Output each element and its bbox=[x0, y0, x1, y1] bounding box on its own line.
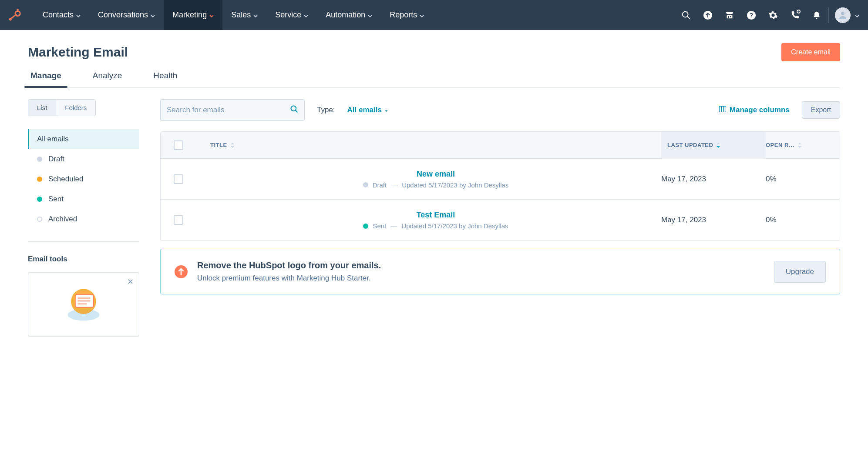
nav-automation[interactable]: Automation bbox=[317, 0, 381, 30]
filter-sent[interactable]: Sent bbox=[28, 189, 139, 209]
page-title: Marketing Email bbox=[28, 45, 128, 60]
filter-label: Scheduled bbox=[48, 175, 83, 184]
email-tools-card: ✕ bbox=[28, 272, 139, 337]
filter-archived[interactable]: Archived bbox=[28, 209, 139, 229]
tab-analyze[interactable]: Analyze bbox=[90, 71, 125, 87]
row-status: Draft bbox=[373, 181, 387, 189]
email-title-link[interactable]: Test Email bbox=[417, 210, 455, 220]
sort-icon bbox=[231, 143, 234, 148]
filter-all-emails[interactable]: All emails bbox=[28, 129, 139, 149]
svg-point-2 bbox=[9, 18, 12, 20]
phone-icon[interactable] bbox=[790, 10, 800, 20]
svg-point-18 bbox=[291, 106, 296, 111]
manage-columns-link[interactable]: Manage columns bbox=[719, 106, 790, 114]
view-folders-button[interactable]: Folders bbox=[56, 100, 95, 116]
close-icon[interactable]: ✕ bbox=[127, 277, 134, 287]
nav-label: Contacts bbox=[43, 10, 74, 20]
tab-manage[interactable]: Manage bbox=[28, 71, 64, 87]
nav-label: Conversations bbox=[98, 10, 148, 20]
column-label: OPEN R… bbox=[766, 142, 794, 148]
chevron-down-icon bbox=[253, 10, 258, 20]
column-title[interactable]: TITLE bbox=[202, 142, 661, 148]
marketplace-icon[interactable] bbox=[725, 10, 734, 20]
email-title-link[interactable]: New email bbox=[417, 170, 455, 179]
svg-point-11 bbox=[841, 12, 844, 15]
nav-contacts[interactable]: Contacts bbox=[34, 0, 89, 30]
svg-rect-20 bbox=[719, 106, 726, 112]
nav-label: Sales bbox=[231, 10, 251, 20]
status-dot-icon bbox=[363, 224, 368, 229]
chevron-down-icon bbox=[76, 10, 81, 20]
status-dot-icon bbox=[37, 157, 42, 162]
nav-service[interactable]: Service bbox=[266, 0, 317, 30]
cell-open-rate: 0% bbox=[766, 216, 777, 224]
svg-point-4 bbox=[683, 11, 688, 17]
svg-rect-7 bbox=[728, 16, 729, 18]
column-last-updated[interactable]: LAST UPDATED bbox=[661, 132, 766, 159]
table-row: Test Email Sent — Updated 5/17/2023 by J… bbox=[161, 200, 840, 240]
view-list-button[interactable]: List bbox=[28, 100, 56, 116]
meta-separator: — bbox=[390, 222, 397, 230]
cell-last-updated: May 17, 2023 bbox=[661, 175, 706, 184]
status-dot-icon bbox=[37, 177, 42, 182]
manage-columns-label: Manage columns bbox=[730, 106, 790, 114]
banner-title: Remove the HubSpot logo from your emails… bbox=[197, 260, 764, 270]
row-updated-by: Updated 5/17/2023 by John Desyllas bbox=[401, 222, 508, 230]
row-checkbox[interactable] bbox=[174, 174, 183, 184]
filter-scheduled[interactable]: Scheduled bbox=[28, 169, 139, 189]
account-menu[interactable] bbox=[835, 7, 859, 23]
column-label: TITLE bbox=[210, 142, 227, 148]
columns-icon bbox=[719, 106, 726, 114]
filter-label: Sent bbox=[48, 195, 64, 204]
table-header: TITLE LAST UPDATED OPEN R… bbox=[161, 132, 840, 159]
row-status: Sent bbox=[373, 222, 386, 230]
nav-conversations[interactable]: Conversations bbox=[89, 0, 164, 30]
type-select[interactable]: All emails bbox=[347, 106, 388, 114]
help-icon[interactable]: ? bbox=[747, 10, 756, 20]
view-toggle: List Folders bbox=[28, 99, 96, 116]
search-wrap bbox=[160, 99, 305, 121]
nav-sales[interactable]: Sales bbox=[222, 0, 266, 30]
card-illustration-icon bbox=[63, 282, 104, 324]
column-open-rate[interactable]: OPEN R… bbox=[766, 142, 827, 148]
nav-reports[interactable]: Reports bbox=[381, 0, 433, 30]
chevron-down-icon bbox=[368, 10, 372, 20]
status-dot-icon bbox=[37, 217, 42, 222]
tab-health[interactable]: Health bbox=[151, 71, 180, 87]
filter-label: All emails bbox=[37, 135, 69, 144]
upgrade-icon bbox=[175, 265, 188, 278]
svg-point-3 bbox=[17, 9, 19, 11]
search-input[interactable] bbox=[160, 99, 305, 121]
svg-line-19 bbox=[296, 110, 298, 113]
chevron-down-icon bbox=[151, 10, 155, 20]
filter-list: All emails Draft Scheduled Sent Archived bbox=[28, 129, 139, 229]
search-icon[interactable] bbox=[290, 105, 299, 115]
settings-icon[interactable] bbox=[768, 10, 778, 20]
avatar-icon bbox=[835, 7, 851, 23]
search-icon[interactable] bbox=[681, 10, 691, 20]
sidebar: List Folders All emails Draft Scheduled … bbox=[28, 99, 139, 337]
chevron-down-icon bbox=[384, 106, 388, 114]
row-meta: Sent — Updated 5/17/2023 by John Desylla… bbox=[363, 222, 508, 230]
row-checkbox[interactable] bbox=[174, 215, 183, 225]
hubspot-logo-icon[interactable] bbox=[9, 9, 22, 22]
row-updated-by: Updated 5/17/2023 by John Desyllas bbox=[402, 181, 508, 189]
create-email-button[interactable]: Create email bbox=[781, 43, 840, 61]
nav-divider bbox=[828, 7, 829, 23]
status-dot-icon bbox=[363, 182, 368, 187]
nav-marketing[interactable]: Marketing bbox=[164, 0, 222, 30]
select-all-checkbox[interactable] bbox=[174, 140, 183, 150]
sidebar-divider bbox=[28, 241, 139, 242]
column-label: LAST UPDATED bbox=[667, 142, 713, 148]
type-value: All emails bbox=[347, 106, 382, 114]
nav-icon-group: ? bbox=[681, 10, 826, 20]
notifications-icon[interactable] bbox=[812, 10, 821, 20]
status-dot-icon bbox=[37, 197, 42, 202]
content-toolbar: Type: All emails Manage columns Export bbox=[160, 99, 840, 121]
export-button[interactable]: Export bbox=[802, 101, 840, 119]
upgrade-banner: Remove the HubSpot logo from your emails… bbox=[160, 249, 840, 294]
filter-draft[interactable]: Draft bbox=[28, 149, 139, 169]
upload-icon[interactable] bbox=[703, 10, 713, 20]
upgrade-button[interactable]: Upgrade bbox=[774, 261, 826, 283]
svg-rect-8 bbox=[730, 16, 731, 17]
